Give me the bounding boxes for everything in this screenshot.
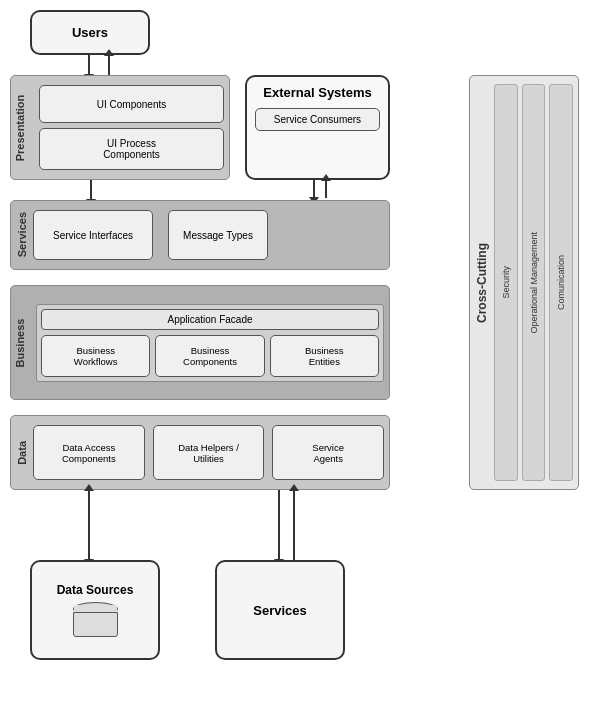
- data-inner: Data AccessComponents Data Helpers /Util…: [33, 425, 384, 480]
- business-content-area: Application Facade BusinessWorkflows Bus…: [36, 304, 384, 382]
- data-helpers-label: Data Helpers /Utilities: [178, 442, 239, 464]
- data-access-box: Data AccessComponents: [33, 425, 145, 480]
- arrow-data-sources: [88, 490, 90, 560]
- data-layer-label: Data: [16, 441, 28, 465]
- data-helpers-box: Data Helpers /Utilities: [153, 425, 265, 480]
- arrow-ext-to-serv: [313, 180, 315, 198]
- arrow-serv-to-ext: [325, 180, 327, 198]
- users-label: Users: [72, 25, 108, 40]
- business-workflows-label: BusinessWorkflows: [74, 345, 118, 367]
- presentation-inner: UI Components UI ProcessComponents: [39, 81, 224, 174]
- message-types-box: Message Types: [168, 210, 268, 260]
- services-layer-label: Services: [16, 212, 28, 257]
- arrow-users-down: [88, 55, 90, 75]
- business-entities-label: BusinessEntities: [305, 345, 344, 367]
- data-sources-label: Data Sources: [57, 583, 134, 597]
- business-layer: Business Application Facade BusinessWork…: [10, 285, 390, 400]
- service-consumers-box: Service Consumers: [255, 108, 380, 131]
- security-label: Security: [501, 266, 511, 299]
- service-agents-box: ServiceAgents: [272, 425, 384, 480]
- cylinder-body: [73, 612, 118, 637]
- business-entities-box: BusinessEntities: [270, 335, 379, 377]
- business-components-box: BusinessComponents: [155, 335, 264, 377]
- cross-cutting-label: Cross-Cutting: [475, 243, 489, 323]
- service-interfaces-label: Service Interfaces: [53, 230, 133, 241]
- business-inner: Application Facade BusinessWorkflows Bus…: [36, 291, 384, 394]
- service-agents-label: ServiceAgents: [312, 442, 344, 464]
- ui-components-box: UI Components: [39, 85, 224, 123]
- app-facade-label: Application Facade: [167, 314, 252, 325]
- cross-cutting-panel: Cross-Cutting Security Operational Manag…: [469, 75, 579, 490]
- business-components-label: BusinessComponents: [183, 345, 237, 367]
- external-systems-title: External Systems: [255, 85, 380, 100]
- operational-label: Operational Management: [529, 232, 539, 334]
- data-sources-box: Data Sources: [30, 560, 160, 660]
- service-consumers-label: Service Consumers: [274, 114, 361, 125]
- app-facade-box: Application Facade: [41, 309, 379, 330]
- users-box: Users: [30, 10, 150, 55]
- data-access-label: Data AccessComponents: [62, 442, 116, 464]
- security-column: Security: [494, 84, 518, 481]
- diagram-container: Users Presentation UI Components UI Proc…: [0, 0, 589, 723]
- presentation-label: Presentation: [14, 94, 26, 161]
- arrow-pres-to-serv: [90, 180, 92, 200]
- message-types-label: Message Types: [183, 230, 253, 241]
- business-workflows-box: BusinessWorkflows: [41, 335, 150, 377]
- presentation-layer: Presentation UI Components UI ProcessCom…: [10, 75, 230, 180]
- services-bottom-box: Services: [215, 560, 345, 660]
- communication-column: Comunication: [549, 84, 573, 481]
- ui-components-label: UI Components: [97, 99, 166, 110]
- arrow-users-up: [108, 55, 110, 75]
- ui-process-components-box: UI ProcessComponents: [39, 128, 224, 170]
- business-layer-label: Business: [14, 318, 26, 367]
- services-layer: Services Service Interfaces Message Type…: [10, 200, 390, 270]
- arrow-to-services-bottom: [278, 490, 280, 560]
- data-layer: Data Data AccessComponents Data Helpers …: [10, 415, 390, 490]
- business-boxes: BusinessWorkflows BusinessComponents Bus…: [41, 335, 379, 377]
- operational-column: Operational Management: [522, 84, 546, 481]
- external-systems-box: External Systems Service Consumers: [245, 75, 390, 180]
- arrow-from-services-bottom: [293, 490, 295, 560]
- cylinder-fill: [74, 605, 117, 612]
- communication-label: Comunication: [556, 255, 566, 310]
- services-inner: Service Interfaces Message Types: [33, 210, 384, 260]
- service-interfaces-box: Service Interfaces: [33, 210, 153, 260]
- services-bottom-label: Services: [253, 603, 307, 618]
- cross-cutting-inner: Security Operational Management Comunica…: [494, 84, 573, 481]
- database-icon: [73, 602, 118, 637]
- ui-process-components-label: UI ProcessComponents: [103, 138, 160, 160]
